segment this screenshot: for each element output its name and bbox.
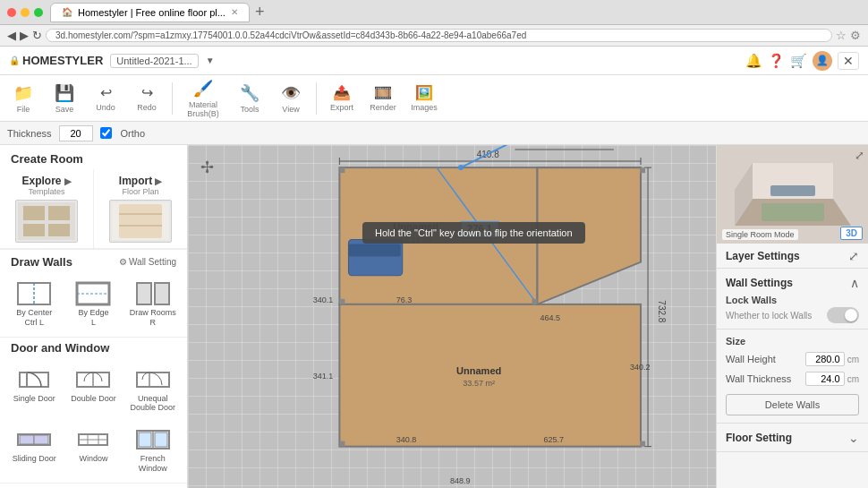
- back-icon[interactable]: ◀: [7, 29, 16, 42]
- undo-icon: ↩: [100, 84, 112, 101]
- preview-3d-button[interactable]: 3D: [840, 227, 863, 240]
- svg-text:732.8: 732.8: [657, 300, 667, 323]
- floor-setting-expand-icon[interactable]: ⌄: [848, 431, 859, 445]
- view-button[interactable]: 👁️ View: [271, 79, 311, 118]
- unequal-double-door-tool[interactable]: UnequalDouble Door: [124, 360, 182, 419]
- lock-walls-label: Lock Walls: [726, 295, 859, 305]
- preview-area: Single Room Mode 3D ⤢: [717, 145, 868, 244]
- single-door-tool[interactable]: Single Door: [5, 360, 63, 419]
- svg-rect-3: [23, 224, 45, 236]
- forward-icon[interactable]: ▶: [20, 29, 29, 42]
- separator-1: [172, 82, 173, 115]
- wall-settings-title: Wall Settings: [726, 277, 793, 289]
- redo-icon: ↪: [141, 84, 153, 101]
- french-window-tool[interactable]: FrenchWindow: [124, 420, 182, 479]
- explore-thumbnail: [15, 200, 78, 243]
- double-door-tool[interactable]: Double Door: [64, 360, 122, 419]
- svg-rect-83: [770, 185, 815, 196]
- close-app-icon[interactable]: ✕: [838, 52, 859, 70]
- layer-expand-icon[interactable]: ⤢: [848, 249, 859, 263]
- import-arrow-icon: ▶: [155, 176, 162, 186]
- size-label: Size: [726, 336, 745, 347]
- svg-rect-6: [119, 204, 162, 238]
- svg-rect-13: [137, 283, 151, 304]
- explore-label: Explore: [21, 175, 61, 187]
- bell-icon[interactable]: 🔔: [745, 53, 762, 69]
- maximize-button[interactable]: [34, 8, 43, 17]
- delete-walls-button[interactable]: Delete Walls: [726, 394, 859, 415]
- window-tool[interactable]: Window: [64, 420, 122, 479]
- project-name[interactable]: Untitled-2021-1...: [110, 54, 198, 68]
- svg-rect-22: [20, 435, 34, 444]
- render-button[interactable]: 🎞️ Render: [363, 79, 403, 118]
- svg-rect-4: [48, 224, 70, 236]
- wall-height-value[interactable]: 280.0: [805, 352, 845, 366]
- render-icon: 🎞️: [374, 84, 392, 101]
- file-icon: 📁: [13, 83, 33, 103]
- thickness-label: Thickness: [7, 128, 52, 139]
- address-bar[interactable]: 3d.homestyler.com/?spm=a1zmxy.17754001.0…: [55, 30, 526, 40]
- export-button[interactable]: 📤 Export: [322, 79, 362, 118]
- avatar[interactable]: 👤: [813, 51, 832, 71]
- ortho-checkbox[interactable]: [100, 127, 112, 139]
- wall-setting-button[interactable]: ⚙ Wall Setting: [119, 257, 176, 267]
- sliding-door-tool[interactable]: Sliding Door: [5, 420, 63, 479]
- wall-height-label: Wall Height: [726, 354, 776, 364]
- help-icon[interactable]: ❓: [768, 53, 785, 69]
- tab-title: Homestyler | Free online floor pl...: [78, 7, 226, 18]
- settings-icon[interactable]: ⚙: [850, 29, 861, 42]
- eye-icon: 👁️: [281, 83, 301, 103]
- svg-rect-73: [339, 299, 345, 304]
- svg-rect-30: [139, 432, 151, 447]
- settings-small-icon: ⚙: [119, 257, 127, 267]
- tools-button[interactable]: 🔧 Tools: [230, 79, 269, 118]
- svg-rect-23: [34, 435, 48, 444]
- wall-settings-collapse-icon[interactable]: ∧: [850, 276, 859, 290]
- svg-text:340.8: 340.8: [396, 435, 417, 444]
- explore-button[interactable]: Explore ▶ Templates: [0, 169, 94, 248]
- thickness-input[interactable]: [59, 125, 93, 141]
- svg-text:341.1: 341.1: [313, 372, 334, 381]
- wall-thickness-value[interactable]: 24.0: [805, 372, 845, 386]
- minimize-button[interactable]: [21, 8, 30, 17]
- wall-height-unit: cm: [847, 355, 859, 364]
- dropdown-icon[interactable]: ▼: [206, 56, 215, 65]
- svg-rect-84: [762, 203, 824, 221]
- svg-rect-72: [640, 441, 645, 447]
- cart-icon[interactable]: 🛒: [790, 53, 807, 69]
- close-button[interactable]: [7, 8, 16, 17]
- svg-text:33.57 m²: 33.57 m²: [463, 379, 495, 388]
- import-button[interactable]: Import ▶ Floor Plan: [94, 169, 187, 248]
- svg-text:464.5: 464.5: [540, 313, 560, 322]
- images-button[interactable]: 🖼️ Images: [404, 79, 444, 118]
- by-edge-tool[interactable]: By EdgeL: [64, 274, 122, 333]
- tab-close-icon[interactable]: ✕: [231, 7, 238, 17]
- import-thumbnail: [109, 200, 172, 243]
- lock-walls-toggle[interactable]: [827, 307, 859, 323]
- svg-text:Unnamed: Unnamed: [456, 365, 502, 376]
- expand-preview-icon[interactable]: ⤢: [855, 149, 864, 162]
- material-brush-button[interactable]: 🖌️ Material Brush(B): [178, 79, 228, 118]
- svg-rect-64: [348, 244, 400, 257]
- file-button[interactable]: 📁 File: [4, 79, 43, 118]
- floor-setting-title: Floor Setting: [726, 432, 792, 444]
- door-window-title: Door and Window: [11, 341, 109, 355]
- lock-icon: 🔒: [9, 56, 20, 65]
- refresh-icon[interactable]: ↻: [32, 29, 42, 42]
- save-icon: 💾: [55, 83, 74, 103]
- wrench-icon: 🔧: [240, 83, 260, 103]
- by-center-tool[interactable]: By CenterCtrl L: [5, 274, 63, 333]
- brush-icon: 🖌️: [193, 79, 213, 98]
- svg-rect-74: [532, 299, 537, 304]
- draw-rooms-tool[interactable]: Draw RoomsR: [124, 274, 182, 333]
- new-tab-icon[interactable]: +: [255, 3, 265, 21]
- save-button[interactable]: 💾 Save: [45, 79, 84, 118]
- browser-tab[interactable]: 🏠 Homestyler | Free online floor pl... ✕: [50, 3, 250, 22]
- export-icon: 📤: [333, 84, 351, 101]
- lock-walls-sub-label: Whether to lock Walls: [726, 311, 812, 321]
- svg-text:76.3: 76.3: [396, 295, 413, 304]
- undo-button[interactable]: ↩ Undo: [86, 79, 125, 118]
- bookmark-icon[interactable]: ☆: [836, 29, 847, 42]
- layer-settings-title: Layer Settings: [726, 250, 800, 262]
- redo-button[interactable]: ↪ Redo: [127, 79, 166, 118]
